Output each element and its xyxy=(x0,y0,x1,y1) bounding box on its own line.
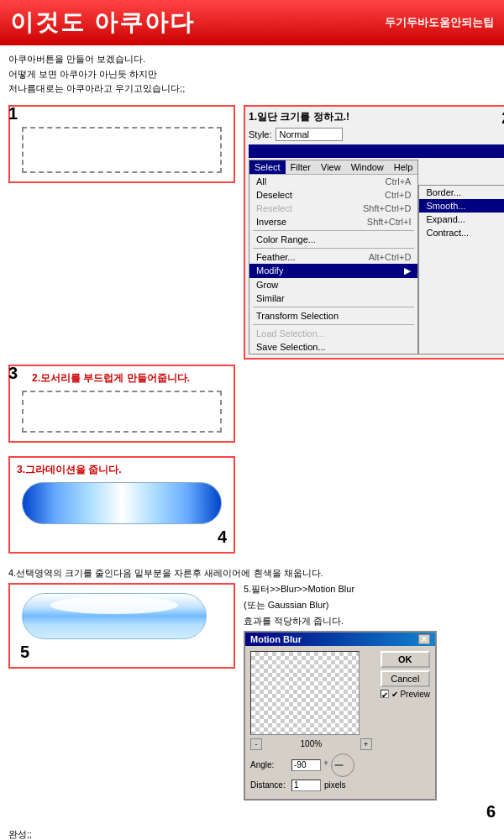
ps-style-input[interactable] xyxy=(276,128,343,141)
dialog-angle-unit: ° xyxy=(324,760,328,769)
menu-item-load: Load Selection... xyxy=(249,327,417,340)
dialog-distance-label: Distance: xyxy=(250,780,288,790)
dialog-distance-row: Distance: pixels xyxy=(250,780,372,791)
menu-bar-filter[interactable]: Filter xyxy=(286,160,316,174)
menu-bar-select[interactable]: Select xyxy=(249,160,286,174)
row2: 3 2.모서리를 부드럽게 만들어줍니다. xyxy=(8,365,496,451)
menu-inverse-shortcut: Shft+Ctrl+I xyxy=(367,217,412,227)
motion-blur-label1: 5.필터>>Blur>>Motion Blur xyxy=(244,583,496,596)
menu-sep1 xyxy=(253,230,414,231)
row1: 1 2 1.일단 크기를 정하고.! Style: xyxy=(8,105,496,360)
submenu-contract[interactable]: Contract... xyxy=(419,226,504,239)
menu-item-inverse[interactable]: Inverse Shft+Ctrl+I xyxy=(249,215,417,228)
dialog-main-row: - 100% + Angle: ° xyxy=(250,651,430,794)
menu-all-label: All xyxy=(256,176,266,186)
header-subtitle: 두기두바도움안되는팁 xyxy=(385,15,494,30)
dialog-zoom-plus[interactable]: + xyxy=(360,738,372,750)
intro-text: 아쿠아버튼을 만들어 보겠습니다. 어떻게 보면 아쿠아가 아닌듯 하지만 저나… xyxy=(8,52,496,97)
dialog-preview-check: ✔ ✔ Preview xyxy=(381,690,430,699)
step1-box: 1 xyxy=(8,105,235,183)
step2-dashed-rect xyxy=(22,391,222,433)
menu-reselect-label: Reselect xyxy=(256,203,292,213)
dialog-wrapper: Motion Blur ✕ - 100% + xyxy=(244,631,496,822)
menu-item-similar[interactable]: Similar xyxy=(249,291,417,305)
step6-number-container: 6 xyxy=(244,802,496,822)
step2-left: 3 2.모서리를 부드럽게 만들어줍니다. xyxy=(8,365,235,451)
step6-number: 6 xyxy=(486,802,496,821)
motion-blur-dialog: Motion Blur ✕ - 100% + xyxy=(244,631,437,801)
menu-color-range-label: Color Range... xyxy=(256,234,316,244)
dialog-angle-wheel[interactable] xyxy=(331,753,354,777)
main-content: 아쿠아버튼을 만들어 보겠습니다. 어떻게 보면 아쿠아가 아닌듯 하지만 저나… xyxy=(0,45,504,840)
ps-right-title: 1.일단 크기를 정하고.! xyxy=(249,110,504,124)
step4-right: 5.필터>>Blur>>Motion Blur (또는 Gaussian Blu… xyxy=(244,583,496,822)
menu-item-grow[interactable]: Grow xyxy=(249,278,417,291)
menu-deselect-shortcut: Ctrl+D xyxy=(385,190,411,200)
menu-item-transform[interactable]: Transform Selection xyxy=(249,309,417,323)
intro-line2: 어떻게 보면 아쿠아가 아닌듯 하지만 xyxy=(8,67,496,82)
menu-similar-label: Similar xyxy=(256,293,285,303)
ps-menu-area: Select Filter View Window Help All Ctrl+… xyxy=(249,160,504,354)
menu-sep4 xyxy=(253,324,414,325)
intro-line1: 아쿠아버튼을 만들어 보겠습니다. xyxy=(8,52,496,67)
dialog-ok-button[interactable]: OK xyxy=(381,651,430,668)
menu-load-label: Load Selection... xyxy=(256,328,325,339)
dialog-close-button[interactable]: ✕ xyxy=(418,634,430,644)
complete-text: 완성;; 역시 아쿠아같지 않게 생겼지만;; 저는 아쿠아라고 우길랍니다;; xyxy=(8,827,496,840)
step3-right-empty xyxy=(244,456,496,562)
menu-inverse-label: Inverse xyxy=(256,217,286,227)
dialog-preview-checkbox[interactable]: ✔ xyxy=(381,690,389,698)
menu-save-label: Save Selection... xyxy=(256,342,326,352)
dialog-zoom-label: 100% xyxy=(264,739,359,748)
dialog-distance-unit: pixels xyxy=(324,780,346,790)
menu-item-feather[interactable]: Feather... Alt+Ctrl+D xyxy=(249,250,417,264)
step2-label: 2.모서리를 부드럽게 만들어줍니다. xyxy=(32,371,227,386)
step3-left: 3.그라데이션을 줍니다. 4 xyxy=(8,456,235,562)
step4-number-container: 4 xyxy=(17,528,227,547)
dialog-angle-label: Angle: xyxy=(250,760,288,769)
menu-bar-window[interactable]: Window xyxy=(346,160,389,174)
dialog-cancel-button[interactable]: Cancel xyxy=(381,670,430,687)
header: 이것도 아쿠아다 두기두바도움안되는팁 xyxy=(0,0,504,45)
menu-item-save[interactable]: Save Selection... xyxy=(249,340,417,354)
ps-menu-container: 2 1.일단 크기를 정하고.! Style: Select F xyxy=(244,105,504,360)
menu-bar-help[interactable]: Help xyxy=(389,160,418,174)
step5-number-container: 5 xyxy=(17,643,227,662)
menu-modify-label: Modify xyxy=(256,265,283,276)
menu-item-all[interactable]: All Ctrl+A xyxy=(249,175,417,188)
menu-sep2 xyxy=(253,248,414,249)
dialog-zoom-row: - 100% + xyxy=(250,738,372,750)
motion-blur-label3: 효과를 적당하게 줍니다. xyxy=(244,615,496,627)
step2-right: 2 1.일단 크기를 정하고.! Style: Select F xyxy=(244,105,504,360)
dialog-titlebar: Motion Blur ✕ xyxy=(245,633,435,646)
ps-menu-bar: Select Filter View Window Help xyxy=(249,160,417,175)
dialog-angle-input[interactable] xyxy=(291,759,321,771)
step5-box: 5 xyxy=(8,583,235,669)
intro-line3: 저나름대로는 아쿠아라고 우기고있습니다;; xyxy=(8,81,496,97)
dialog-distance-input[interactable] xyxy=(291,780,321,791)
menu-item-modify[interactable]: Modify ▶ xyxy=(249,264,417,278)
step3-label: 3.그라데이션을 줍니다. xyxy=(17,463,227,477)
menu-sep3 xyxy=(253,307,414,307)
menu-feather-label: Feather... xyxy=(256,252,295,262)
step1-number: 1 xyxy=(8,105,18,122)
step2-right-empty xyxy=(244,365,496,451)
dialog-zoom-minus[interactable]: - xyxy=(250,738,262,750)
step2-box: 3 2.모서리를 부드럽게 만들어줍니다. xyxy=(8,365,235,443)
menu-all-shortcut: Ctrl+A xyxy=(386,176,412,186)
menu-reselect-shortcut: Shft+Ctrl+D xyxy=(363,203,411,213)
step4-label: 4.선택영역의 크기를 줄인다음 밑부분을 자른후 새레이어에 흰색을 채웁니다… xyxy=(8,567,496,580)
menu-item-deselect[interactable]: Deselect Ctrl+D xyxy=(249,188,417,202)
ps-style-label: Style: xyxy=(249,129,272,139)
row3: 3.그라데이션을 줍니다. 4 xyxy=(8,456,496,562)
submenu-border[interactable]: Border... xyxy=(419,186,504,199)
dialog-preview-area xyxy=(250,651,360,735)
submenu-smooth[interactable]: Smooth... xyxy=(419,199,504,213)
menu-grow-label: Grow xyxy=(256,280,278,290)
menu-bar-view[interactable]: View xyxy=(316,160,346,174)
ps-submenu: Border... Smooth... Expand... Contract..… xyxy=(418,185,504,354)
menu-item-color-range[interactable]: Color Range... xyxy=(249,233,417,246)
complete-label: 완성;; xyxy=(8,827,496,840)
step5-number: 5 xyxy=(20,643,29,661)
submenu-expand[interactable]: Expand... xyxy=(419,213,504,226)
